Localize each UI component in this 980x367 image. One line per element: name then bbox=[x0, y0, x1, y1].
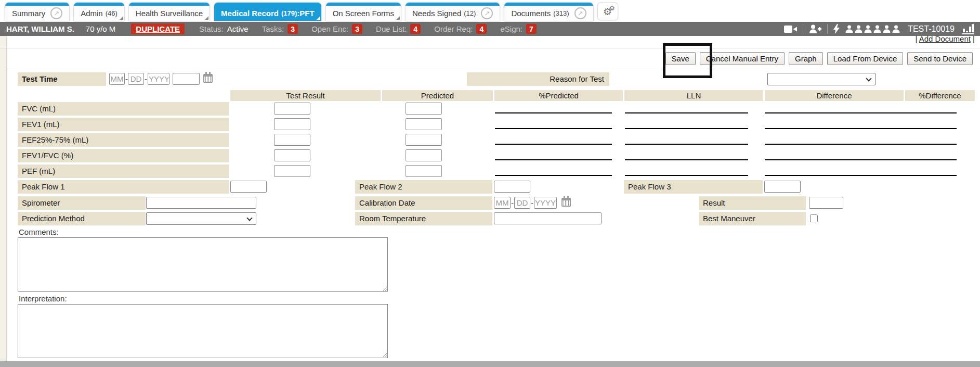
tab-documents[interactable]: Documents (313) ↗ bbox=[504, 3, 593, 21]
fev1-fvc-test-result-input[interactable] bbox=[274, 149, 310, 161]
row-label-fev1: FEV1 (mL) bbox=[18, 118, 229, 131]
tab-label: Admin bbox=[81, 9, 103, 18]
peak-flow-1-label: Peak Flow 1 bbox=[18, 180, 229, 194]
calendar-icon[interactable] bbox=[203, 74, 213, 83]
lightning-icon bbox=[833, 24, 840, 34]
stat-label: eSign: bbox=[500, 24, 522, 33]
bottom-bar bbox=[0, 361, 980, 367]
tab-health-surveillance[interactable]: Health Surveillance bbox=[129, 3, 210, 21]
fev1-pct-predicted-line bbox=[495, 128, 612, 129]
load-from-device-button[interactable]: Load From Device bbox=[827, 52, 904, 65]
popout-arrow-icon[interactable]: ↗ bbox=[574, 7, 586, 19]
fef-test-result-input[interactable] bbox=[274, 134, 310, 146]
pef-predicted-input[interactable] bbox=[406, 165, 442, 177]
test-time-month-input[interactable] bbox=[109, 73, 125, 85]
tab-label: On Screen Forms bbox=[333, 9, 394, 18]
peak-flow-1-input[interactable] bbox=[230, 181, 267, 193]
column-header-difference: Difference bbox=[765, 90, 904, 101]
calendar-icon[interactable] bbox=[561, 198, 571, 207]
video-camera-icon[interactable] bbox=[784, 25, 797, 33]
fvc-test-result-input[interactable] bbox=[274, 103, 310, 115]
calibration-date-label: Calibration Date bbox=[355, 196, 492, 210]
column-header-test-result: Test Result bbox=[230, 90, 381, 101]
tab-suffix: :PFT bbox=[297, 9, 314, 18]
open-enc-count-badge[interactable]: 3 bbox=[352, 24, 362, 34]
send-to-device-button[interactable]: Send to Device bbox=[907, 52, 973, 65]
esign-stat[interactable]: eSign: 7 bbox=[500, 24, 537, 34]
fev1-predicted-input[interactable] bbox=[406, 118, 442, 130]
test-time-year-input[interactable] bbox=[148, 73, 169, 85]
calibration-month-input[interactable] bbox=[494, 197, 511, 209]
comments-textarea[interactable] bbox=[18, 237, 388, 292]
popout-arrow-icon[interactable]: ↗ bbox=[50, 7, 62, 19]
order-req-stat[interactable]: Order Req: 4 bbox=[434, 24, 487, 34]
tab-summary[interactable]: Summary ↗ bbox=[5, 3, 69, 21]
room-temperature-label: Room Temperature bbox=[355, 212, 492, 225]
result-input[interactable] bbox=[809, 197, 843, 209]
prediction-method-select[interactable] bbox=[146, 212, 256, 225]
due-list-stat[interactable]: Due List: 4 bbox=[376, 24, 421, 34]
chevron-down-icon bbox=[866, 75, 871, 81]
fef-predicted-input[interactable] bbox=[406, 134, 442, 146]
add-document-link[interactable]: Add Document bbox=[919, 34, 971, 43]
tab-bar: Summary ↗ Admin (46) Health Surveillance… bbox=[0, 0, 980, 22]
tab-count: (46) bbox=[106, 9, 117, 17]
patient-demographics: 70 y/o M bbox=[86, 24, 116, 33]
person-icon bbox=[845, 25, 853, 33]
date-dash: - bbox=[511, 198, 514, 207]
fev1-test-result-input[interactable] bbox=[274, 118, 310, 130]
patient-name: HART, WILLIAM S. bbox=[6, 24, 74, 33]
tab-medical-record[interactable]: Medical Record (179) :PFT bbox=[214, 3, 321, 21]
test-time-label: Test Time bbox=[18, 72, 106, 86]
divider-line bbox=[0, 48, 980, 48]
cancel-manual-entry-button[interactable]: Cancel Manual Entry bbox=[700, 52, 785, 65]
bar-chart-icon[interactable] bbox=[962, 24, 974, 34]
date-dash: - bbox=[145, 74, 147, 83]
fef-difference-line bbox=[765, 144, 887, 145]
duplicate-badge[interactable]: DUPLICATE bbox=[131, 23, 185, 34]
spirometer-input[interactable] bbox=[146, 197, 256, 209]
pef-test-result-input[interactable] bbox=[274, 165, 310, 177]
result-label: Result bbox=[699, 196, 806, 210]
pft-entry-screen: Summary ↗ Admin (46) Health Surveillance… bbox=[0, 0, 980, 367]
fvc-predicted-input[interactable] bbox=[406, 103, 442, 115]
graph-button[interactable]: Graph bbox=[789, 52, 823, 65]
fev1-lln-line bbox=[625, 128, 748, 129]
fef-pct-predicted-line bbox=[495, 144, 612, 145]
esign-count-badge[interactable]: 7 bbox=[526, 24, 537, 34]
tab-admin[interactable]: Admin (46) bbox=[74, 3, 124, 21]
peak-flow-3-input[interactable] bbox=[764, 181, 801, 193]
fev1-fvc-predicted-input[interactable] bbox=[406, 149, 442, 161]
peak-flow-2-input[interactable] bbox=[494, 181, 530, 193]
row-label-pef: PEF (mL) bbox=[18, 164, 229, 178]
pef-pct-predicted-line bbox=[495, 175, 612, 176]
status-value: Active bbox=[227, 24, 249, 33]
person-icon bbox=[892, 25, 900, 33]
column-header-pct-difference: %Difference bbox=[905, 90, 975, 101]
pef-pct-difference-line bbox=[880, 175, 957, 176]
reason-for-test-select[interactable] bbox=[767, 73, 876, 85]
popout-arrow-icon[interactable]: ↗ bbox=[481, 7, 493, 19]
tab-label: Summary bbox=[12, 9, 45, 18]
open-enc-stat[interactable]: Open Enc: 3 bbox=[311, 24, 362, 34]
add-person-icon[interactable] bbox=[809, 24, 821, 33]
test-time-day-input[interactable] bbox=[128, 73, 144, 85]
tasks-stat[interactable]: Tasks: 3 bbox=[262, 24, 298, 34]
tasks-count-badge[interactable]: 3 bbox=[288, 24, 298, 34]
best-maneuver-checkbox[interactable] bbox=[810, 214, 818, 222]
test-time-time-input[interactable] bbox=[173, 73, 200, 85]
patient-bar-right: TEST-10019 bbox=[784, 24, 974, 34]
interpretation-textarea[interactable] bbox=[18, 304, 388, 358]
tab-on-screen-forms[interactable]: On Screen Forms bbox=[326, 3, 401, 21]
settings-gears-button[interactable]: ⚙ ⚙ bbox=[598, 3, 618, 20]
tab-needs-signed[interactable]: Needs Signed (12) ↗ bbox=[406, 3, 500, 21]
column-header-lln: LLN bbox=[624, 90, 763, 101]
pef-lln-line bbox=[625, 175, 748, 176]
order-req-count-badge[interactable]: 4 bbox=[476, 24, 487, 34]
room-temperature-input[interactable] bbox=[494, 212, 602, 224]
calibration-year-input[interactable] bbox=[534, 197, 557, 209]
stat-label: Tasks: bbox=[262, 24, 284, 33]
due-list-count-badge[interactable]: 4 bbox=[410, 24, 421, 34]
calibration-day-input[interactable] bbox=[514, 197, 530, 209]
left-margin-strip bbox=[0, 36, 6, 361]
